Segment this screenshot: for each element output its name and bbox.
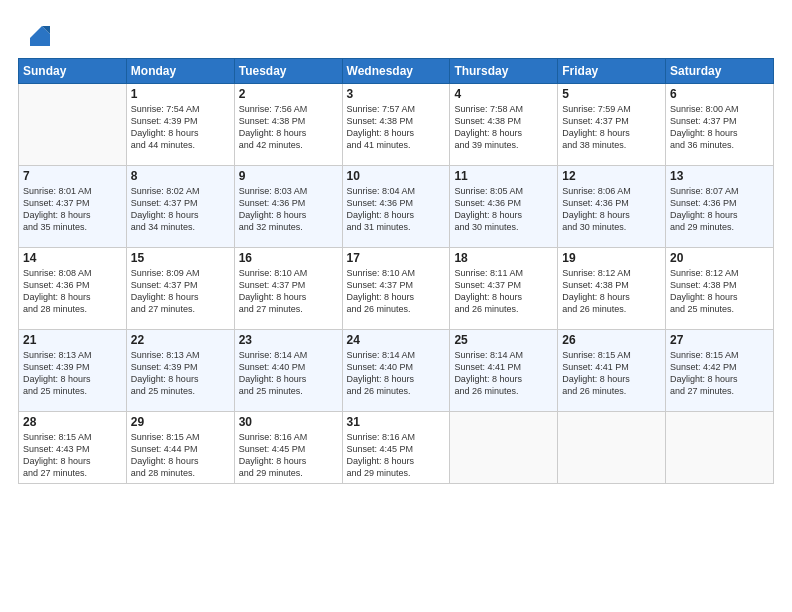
calendar-body: 1Sunrise: 7:54 AMSunset: 4:39 PMDaylight… xyxy=(19,84,774,484)
calendar-cell: 27Sunrise: 8:15 AMSunset: 4:42 PMDayligh… xyxy=(666,330,774,412)
calendar-table: SundayMondayTuesdayWednesdayThursdayFrid… xyxy=(18,58,774,484)
day-number: 21 xyxy=(23,333,122,347)
day-number: 16 xyxy=(239,251,338,265)
cell-info: Sunrise: 8:15 AMSunset: 4:41 PMDaylight:… xyxy=(562,349,661,398)
header-cell-wednesday: Wednesday xyxy=(342,59,450,84)
calendar-cell: 22Sunrise: 8:13 AMSunset: 4:39 PMDayligh… xyxy=(126,330,234,412)
cell-info: Sunrise: 8:06 AMSunset: 4:36 PMDaylight:… xyxy=(562,185,661,234)
header-cell-tuesday: Tuesday xyxy=(234,59,342,84)
day-number: 2 xyxy=(239,87,338,101)
day-number: 29 xyxy=(131,415,230,429)
calendar-cell: 9Sunrise: 8:03 AMSunset: 4:36 PMDaylight… xyxy=(234,166,342,248)
cell-info: Sunrise: 8:07 AMSunset: 4:36 PMDaylight:… xyxy=(670,185,769,234)
day-number: 31 xyxy=(347,415,446,429)
cell-info: Sunrise: 8:13 AMSunset: 4:39 PMDaylight:… xyxy=(131,349,230,398)
calendar-cell: 16Sunrise: 8:10 AMSunset: 4:37 PMDayligh… xyxy=(234,248,342,330)
day-number: 24 xyxy=(347,333,446,347)
calendar-cell: 30Sunrise: 8:16 AMSunset: 4:45 PMDayligh… xyxy=(234,412,342,484)
cell-info: Sunrise: 8:00 AMSunset: 4:37 PMDaylight:… xyxy=(670,103,769,152)
calendar-cell: 11Sunrise: 8:05 AMSunset: 4:36 PMDayligh… xyxy=(450,166,558,248)
day-number: 14 xyxy=(23,251,122,265)
calendar-cell xyxy=(19,84,127,166)
calendar-cell: 31Sunrise: 8:16 AMSunset: 4:45 PMDayligh… xyxy=(342,412,450,484)
cell-info: Sunrise: 7:57 AMSunset: 4:38 PMDaylight:… xyxy=(347,103,446,152)
cell-info: Sunrise: 8:15 AMSunset: 4:42 PMDaylight:… xyxy=(670,349,769,398)
cell-info: Sunrise: 8:15 AMSunset: 4:44 PMDaylight:… xyxy=(131,431,230,480)
day-number: 6 xyxy=(670,87,769,101)
week-row-4: 21Sunrise: 8:13 AMSunset: 4:39 PMDayligh… xyxy=(19,330,774,412)
cell-info: Sunrise: 8:14 AMSunset: 4:40 PMDaylight:… xyxy=(347,349,446,398)
day-number: 8 xyxy=(131,169,230,183)
week-row-3: 14Sunrise: 8:08 AMSunset: 4:36 PMDayligh… xyxy=(19,248,774,330)
calendar-cell: 17Sunrise: 8:10 AMSunset: 4:37 PMDayligh… xyxy=(342,248,450,330)
calendar-cell: 2Sunrise: 7:56 AMSunset: 4:38 PMDaylight… xyxy=(234,84,342,166)
cell-info: Sunrise: 8:12 AMSunset: 4:38 PMDaylight:… xyxy=(562,267,661,316)
calendar-cell: 23Sunrise: 8:14 AMSunset: 4:40 PMDayligh… xyxy=(234,330,342,412)
calendar-cell: 8Sunrise: 8:02 AMSunset: 4:37 PMDaylight… xyxy=(126,166,234,248)
day-number: 23 xyxy=(239,333,338,347)
cell-info: Sunrise: 8:03 AMSunset: 4:36 PMDaylight:… xyxy=(239,185,338,234)
cell-info: Sunrise: 7:54 AMSunset: 4:39 PMDaylight:… xyxy=(131,103,230,152)
page: SundayMondayTuesdayWednesdayThursdayFrid… xyxy=(0,0,792,612)
day-number: 17 xyxy=(347,251,446,265)
cell-info: Sunrise: 7:59 AMSunset: 4:37 PMDaylight:… xyxy=(562,103,661,152)
day-number: 7 xyxy=(23,169,122,183)
week-row-2: 7Sunrise: 8:01 AMSunset: 4:37 PMDaylight… xyxy=(19,166,774,248)
day-number: 4 xyxy=(454,87,553,101)
cell-info: Sunrise: 8:11 AMSunset: 4:37 PMDaylight:… xyxy=(454,267,553,316)
calendar-cell: 26Sunrise: 8:15 AMSunset: 4:41 PMDayligh… xyxy=(558,330,666,412)
day-number: 11 xyxy=(454,169,553,183)
cell-info: Sunrise: 8:04 AMSunset: 4:36 PMDaylight:… xyxy=(347,185,446,234)
cell-info: Sunrise: 8:13 AMSunset: 4:39 PMDaylight:… xyxy=(23,349,122,398)
day-number: 30 xyxy=(239,415,338,429)
cell-info: Sunrise: 7:56 AMSunset: 4:38 PMDaylight:… xyxy=(239,103,338,152)
cell-info: Sunrise: 8:12 AMSunset: 4:38 PMDaylight:… xyxy=(670,267,769,316)
header-cell-saturday: Saturday xyxy=(666,59,774,84)
calendar-cell: 4Sunrise: 7:58 AMSunset: 4:38 PMDaylight… xyxy=(450,84,558,166)
day-number: 20 xyxy=(670,251,769,265)
day-number: 28 xyxy=(23,415,122,429)
cell-info: Sunrise: 8:09 AMSunset: 4:37 PMDaylight:… xyxy=(131,267,230,316)
calendar-cell: 10Sunrise: 8:04 AMSunset: 4:36 PMDayligh… xyxy=(342,166,450,248)
calendar-header: SundayMondayTuesdayWednesdayThursdayFrid… xyxy=(19,59,774,84)
calendar-cell xyxy=(450,412,558,484)
cell-info: Sunrise: 8:16 AMSunset: 4:45 PMDaylight:… xyxy=(347,431,446,480)
logo-icon xyxy=(22,18,50,46)
calendar-cell: 14Sunrise: 8:08 AMSunset: 4:36 PMDayligh… xyxy=(19,248,127,330)
day-number: 3 xyxy=(347,87,446,101)
day-number: 12 xyxy=(562,169,661,183)
cell-info: Sunrise: 8:08 AMSunset: 4:36 PMDaylight:… xyxy=(23,267,122,316)
calendar-cell: 15Sunrise: 8:09 AMSunset: 4:37 PMDayligh… xyxy=(126,248,234,330)
header-cell-monday: Monday xyxy=(126,59,234,84)
calendar-cell: 24Sunrise: 8:14 AMSunset: 4:40 PMDayligh… xyxy=(342,330,450,412)
day-number: 25 xyxy=(454,333,553,347)
week-row-5: 28Sunrise: 8:15 AMSunset: 4:43 PMDayligh… xyxy=(19,412,774,484)
calendar-cell xyxy=(558,412,666,484)
calendar-cell: 3Sunrise: 7:57 AMSunset: 4:38 PMDaylight… xyxy=(342,84,450,166)
calendar-cell: 28Sunrise: 8:15 AMSunset: 4:43 PMDayligh… xyxy=(19,412,127,484)
cell-info: Sunrise: 8:10 AMSunset: 4:37 PMDaylight:… xyxy=(347,267,446,316)
calendar-cell: 29Sunrise: 8:15 AMSunset: 4:44 PMDayligh… xyxy=(126,412,234,484)
header-cell-sunday: Sunday xyxy=(19,59,127,84)
calendar-cell: 5Sunrise: 7:59 AMSunset: 4:37 PMDaylight… xyxy=(558,84,666,166)
day-number: 15 xyxy=(131,251,230,265)
header-cell-friday: Friday xyxy=(558,59,666,84)
cell-info: Sunrise: 8:16 AMSunset: 4:45 PMDaylight:… xyxy=(239,431,338,480)
day-number: 18 xyxy=(454,251,553,265)
day-number: 22 xyxy=(131,333,230,347)
day-number: 9 xyxy=(239,169,338,183)
day-number: 26 xyxy=(562,333,661,347)
cell-info: Sunrise: 7:58 AMSunset: 4:38 PMDaylight:… xyxy=(454,103,553,152)
calendar-cell: 19Sunrise: 8:12 AMSunset: 4:38 PMDayligh… xyxy=(558,248,666,330)
week-row-1: 1Sunrise: 7:54 AMSunset: 4:39 PMDaylight… xyxy=(19,84,774,166)
calendar-cell: 18Sunrise: 8:11 AMSunset: 4:37 PMDayligh… xyxy=(450,248,558,330)
calendar-cell xyxy=(666,412,774,484)
day-number: 1 xyxy=(131,87,230,101)
calendar-cell: 12Sunrise: 8:06 AMSunset: 4:36 PMDayligh… xyxy=(558,166,666,248)
logo xyxy=(18,18,50,46)
day-number: 13 xyxy=(670,169,769,183)
calendar-cell: 13Sunrise: 8:07 AMSunset: 4:36 PMDayligh… xyxy=(666,166,774,248)
cell-info: Sunrise: 8:02 AMSunset: 4:37 PMDaylight:… xyxy=(131,185,230,234)
day-number: 27 xyxy=(670,333,769,347)
calendar-cell: 25Sunrise: 8:14 AMSunset: 4:41 PMDayligh… xyxy=(450,330,558,412)
